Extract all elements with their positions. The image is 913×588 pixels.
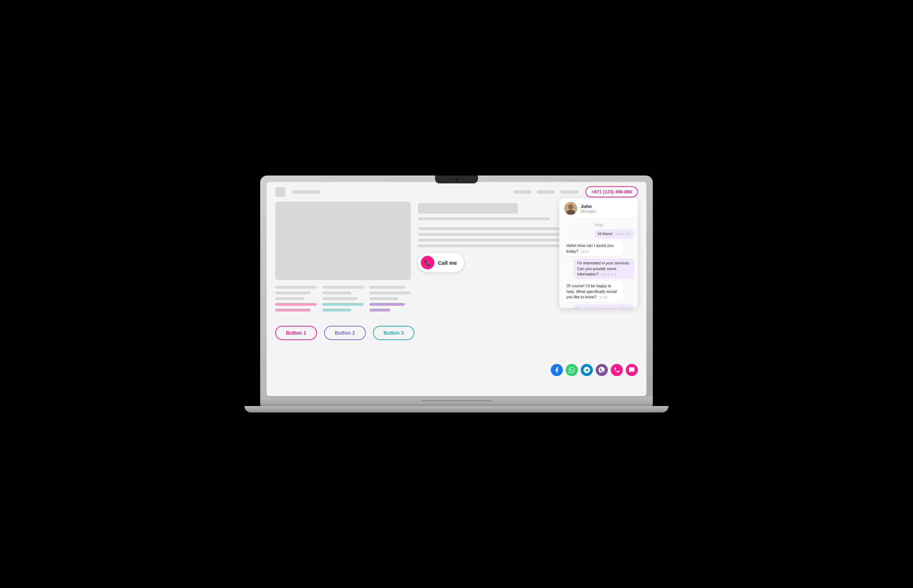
date-divider: Today xyxy=(563,223,634,227)
laptop-hinge xyxy=(421,400,492,402)
msg-time: 14:44 xyxy=(615,232,623,236)
line xyxy=(369,309,390,312)
line xyxy=(418,217,550,220)
chat-bubble-icon[interactable] xyxy=(626,364,638,376)
nav-link-3 xyxy=(561,190,578,194)
line xyxy=(322,286,364,289)
laptop-wrapper: +971 (123) 456-890 xyxy=(260,176,653,412)
phone-icon: 📞 xyxy=(421,256,435,270)
msg-time: 14:43 xyxy=(581,250,589,253)
hero-image xyxy=(275,202,411,280)
screen-content: +971 (123) 456-890 xyxy=(267,182,646,396)
bottom-card-1 xyxy=(275,286,317,314)
agent-info: John Manager xyxy=(581,204,596,213)
line xyxy=(418,244,572,247)
right-heading-placeholder xyxy=(418,203,518,214)
message-2: Hello! How can I assist you today? 14:43 xyxy=(563,241,634,256)
bottom-card-3 xyxy=(369,286,411,314)
chat-messages[interactable]: Today Hi there! 14:44 ✓✓ xyxy=(559,219,638,308)
msg-bubble: Hi there! 14:44 ✓✓ xyxy=(594,229,634,239)
message-5: I'm curious about your pricing plans and… xyxy=(563,304,634,308)
line xyxy=(322,291,351,294)
msg-time: 14:44 xyxy=(601,273,609,276)
line xyxy=(275,303,317,306)
bottom-card-2 xyxy=(322,286,364,314)
left-column xyxy=(275,202,411,314)
agent-name: John xyxy=(581,204,596,209)
chat-widget[interactable]: John Manager Today Hi there! 14:44 ✓✓ xyxy=(559,199,638,308)
phone-badge[interactable]: +971 (123) 456-890 xyxy=(585,186,638,197)
telegram-icon[interactable] xyxy=(581,364,593,376)
button-3[interactable]: Button 3 xyxy=(373,326,415,340)
line xyxy=(322,303,364,306)
svg-point-1 xyxy=(568,204,573,210)
message-3: I'm interested in your services. Can you… xyxy=(563,258,634,279)
nav-logo xyxy=(275,187,285,197)
buttons-row: Button 1 Button 2 Button 3 xyxy=(267,320,646,346)
button-2[interactable]: Button 2 xyxy=(324,326,366,340)
whatsapp-icon[interactable] xyxy=(566,364,578,376)
laptop-screen: +971 (123) 456-890 xyxy=(260,176,653,396)
chat-header: John Manager xyxy=(559,199,638,219)
msg-time: 14:45 xyxy=(599,296,607,299)
line xyxy=(369,291,411,294)
facebook-icon[interactable] xyxy=(551,364,563,376)
nav-link-1 xyxy=(513,190,531,194)
call-me-button[interactable]: 📞 Call me xyxy=(418,253,464,272)
viber-icon[interactable] xyxy=(596,364,608,376)
laptop-base xyxy=(260,396,653,406)
bottom-cards xyxy=(275,286,411,314)
line xyxy=(275,286,317,289)
social-bar xyxy=(551,364,638,376)
button-1[interactable]: Button 1 xyxy=(275,326,317,340)
msg-bubble: Of course! I'd be happy to help. What sp… xyxy=(563,281,624,302)
nav-link-2 xyxy=(537,190,555,194)
camera xyxy=(455,178,458,181)
webpage: +971 (123) 456-890 xyxy=(267,182,646,396)
nav-brand-placeholder xyxy=(292,190,321,194)
agent-avatar xyxy=(564,202,577,215)
line xyxy=(275,291,310,294)
read-check: ✓✓ xyxy=(611,273,617,276)
call-me-label: Call me xyxy=(438,260,457,266)
msg-bubble: I'm curious about your pricing plans and… xyxy=(574,304,634,308)
line xyxy=(322,309,351,312)
message-1: Hi there! 14:44 ✓✓ xyxy=(563,229,634,239)
line xyxy=(322,297,358,300)
laptop-notch xyxy=(435,176,478,183)
line xyxy=(369,297,398,300)
read-check: ✓✓ xyxy=(625,232,631,236)
nav-links xyxy=(513,190,578,194)
msg-bubble: I'm interested in your services. Can you… xyxy=(574,258,634,279)
line xyxy=(275,297,304,300)
line xyxy=(369,303,405,306)
laptop-bottom xyxy=(244,406,669,412)
message-4: Of course! I'd be happy to help. What sp… xyxy=(563,281,634,302)
phone-call-icon[interactable] xyxy=(611,364,623,376)
line xyxy=(369,286,405,289)
agent-role: Manager xyxy=(581,209,596,213)
msg-bubble: Hello! How can I assist you today? 14:43 xyxy=(563,241,624,256)
line xyxy=(275,309,310,312)
